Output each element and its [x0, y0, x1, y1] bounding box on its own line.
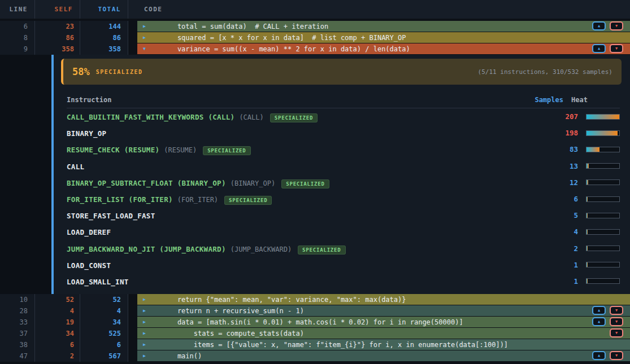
samples-count: 12 [538, 178, 578, 187]
self-sample-count: 6 [35, 339, 80, 350]
specialization-detail-panel: 58% SPECIALIZED (5/11 instructions, 310/… [0, 55, 630, 294]
heat-bar [586, 163, 620, 169]
instruction-row: BINARY_OP_SUBTRACT_FLOAT (BINARY_OP)(BIN… [67, 174, 620, 191]
total-sample-count: 86 [80, 32, 128, 43]
code-cell: ▶ main()▲▼ [128, 350, 630, 362]
instruction-cell: BINARY_OP [67, 128, 538, 138]
instruction-name: CALL_BUILTIN_FAST_WITH_KEYWORDS (CALL) [67, 113, 234, 121]
code-line-row: 472567▶ main()▲▼ [0, 350, 630, 362]
self-sample-count: 34 [35, 328, 80, 339]
jump-up-button[interactable]: ▲ [592, 306, 606, 315]
expand-icon[interactable]: ▶ [143, 353, 150, 358]
self-sample-count: 358 [35, 43, 80, 55]
samples-count: 1 [538, 277, 578, 286]
jump-up-button[interactable]: ▲ [592, 351, 606, 360]
heat-bar-fill [586, 180, 588, 185]
expand-icon[interactable]: ▶ [143, 331, 150, 336]
instruction-table: Instruction Samples Heat CALL_BUILTIN_FA… [67, 92, 620, 290]
instruction-rows: CALL_BUILTIN_FAST_WITH_KEYWORDS (CALL)(C… [67, 108, 620, 290]
specialized-badge: SPECIALIZED [298, 245, 345, 255]
code-heat-band[interactable]: ▶ stats = compute_stats(data)▼ [137, 328, 630, 339]
line-number: 38 [0, 339, 35, 350]
jump-down-button[interactable]: ▼ [610, 44, 623, 53]
instruction-name: JUMP_BACKWARD_NO_JIT (JUMP_BACKWARD) [67, 245, 226, 253]
samples-count: 5 [538, 211, 578, 220]
code-heat-band[interactable]: ▼ variance = sum((x - mean) ** 2 for x i… [137, 43, 630, 54]
specialization-banner: 58% SPECIALIZED (5/11 instructions, 310/… [61, 59, 622, 85]
column-header-self: SELF [35, 0, 80, 19]
expand-icon[interactable]: ▶ [143, 342, 150, 347]
line-number: 28 [0, 305, 35, 317]
heat-bar [586, 278, 620, 284]
line-nav-buttons: ▲▼ [592, 44, 623, 53]
jump-up-button[interactable]: ▲ [592, 317, 606, 326]
instruction-name: BINARY_OP_SUBTRACT_FLOAT (BINARY_OP) [67, 179, 226, 187]
jump-up-button[interactable]: ▲ [592, 21, 606, 30]
jump-down-button[interactable]: ▼ [610, 317, 623, 326]
code-cell: ▶ total = sum(data) # CALL + iteration▲▼ [128, 21, 630, 32]
table-header: LINE SELF TOTAL CODE [0, 0, 630, 19]
expand-icon[interactable]: ▶ [143, 297, 150, 302]
code-cell: ▶ squared = [x * x for x in data] # list… [128, 32, 630, 43]
code-heat-band[interactable]: ▶ main()▲▼ [137, 350, 630, 361]
column-header-instruction: Instruction [67, 96, 524, 104]
expand-icon[interactable]: ▶ [143, 308, 150, 313]
total-sample-count: 567 [80, 350, 128, 362]
code-line-row: 623144▶ total = sum(data) # CALL + itera… [0, 21, 630, 32]
jump-down-button[interactable]: ▼ [610, 21, 623, 30]
jump-down-button[interactable]: ▼ [610, 328, 623, 337]
instruction-row: CALL13 [67, 158, 620, 174]
specialized-badge: SPECIALIZED [203, 146, 250, 155]
heat-bar [586, 179, 620, 185]
panel-left-gutter [0, 55, 51, 294]
specialization-label: SPECIALIZED [96, 69, 143, 75]
specialization-percent: 58% [72, 66, 90, 77]
specialized-badge: SPECIALIZED [224, 196, 272, 205]
instruction-name: STORE_FAST_LOAD_FAST [67, 212, 155, 220]
code-heat-band[interactable]: ▶ return n + recursive_sum(n - 1)▲▼ [137, 305, 630, 316]
heat-bar-fill [586, 115, 619, 119]
column-header-line: LINE [0, 0, 35, 19]
expand-icon[interactable]: ▶ [143, 24, 150, 29]
code-text: items = [{"value": x, "name": f"item_{i}… [161, 341, 508, 349]
code-line-row: 9358358▼ variance = sum((x - mean) ** 2 … [0, 43, 630, 55]
code-heat-band[interactable]: ▶ total = sum(data) # CALL + iteration▲▼ [137, 21, 630, 32]
instruction-base-name: (JUMP_BACKWARD) [231, 245, 292, 253]
code-heat-band[interactable]: ▶ squared = [x * x for x in data] # list… [137, 32, 630, 43]
line-number: 9 [0, 43, 35, 55]
jump-up-button[interactable]: ▲ [592, 44, 606, 53]
samples-count: 198 [538, 129, 578, 137]
code-heat-band[interactable]: ▶ items = [{"value": x, "name": f"item_{… [137, 339, 630, 350]
instruction-row: LOAD_DEREF4 [67, 223, 620, 240]
samples-count: 83 [538, 145, 578, 154]
line-nav-buttons: ▲▼ [592, 306, 623, 315]
panel-content: 58% SPECIALIZED (5/11 instructions, 310/… [54, 55, 630, 294]
samples-count: 6 [538, 195, 578, 203]
instruction-cell: JUMP_BACKWARD_NO_JIT (JUMP_BACKWARD)(JUM… [67, 243, 538, 254]
code-heat-band[interactable]: ▶ data = [math.sin(i * 0.01) + math.cos(… [137, 317, 630, 327]
code-line-row: 3866▶ items = [{"value": x, "name": f"it… [0, 339, 630, 350]
line-number: 6 [0, 21, 35, 32]
expand-icon[interactable]: ▶ [143, 319, 150, 324]
self-sample-count: 52 [35, 294, 80, 305]
jump-down-button[interactable]: ▼ [610, 351, 623, 360]
total-sample-count: 52 [80, 294, 128, 305]
code-cell: ▶ data = [math.sin(i * 0.01) + math.cos(… [128, 317, 630, 328]
heat-bar-fill [586, 164, 589, 168]
code-cell: ▶ return {"mean": mean, "var": variance,… [128, 294, 630, 305]
self-sample-count: 2 [35, 350, 80, 362]
code-text: squared = [x * x for x in data] # list c… [161, 34, 406, 42]
instruction-base-name: (RESUME) [164, 146, 197, 154]
instruction-row: JUMP_BACKWARD_NO_JIT (JUMP_BACKWARD)(JUM… [67, 240, 620, 257]
instruction-cell: CALL [67, 161, 538, 172]
code-heat-band[interactable]: ▶ return {"mean": mean, "var": variance,… [137, 294, 630, 305]
jump-down-button[interactable]: ▼ [610, 306, 623, 315]
column-header-total: TOTAL [80, 0, 128, 19]
instruction-cell: STORE_FAST_LOAD_FAST [67, 210, 538, 221]
total-sample-count: 4 [80, 305, 128, 317]
specialized-badge: SPECIALIZED [270, 113, 318, 122]
expand-icon[interactable]: ▶ [143, 35, 150, 40]
code-line-row: 105252▶ return {"mean": mean, "var": var… [0, 294, 630, 305]
heat-bar-fill [586, 230, 588, 234]
collapse-icon[interactable]: ▼ [143, 46, 150, 51]
